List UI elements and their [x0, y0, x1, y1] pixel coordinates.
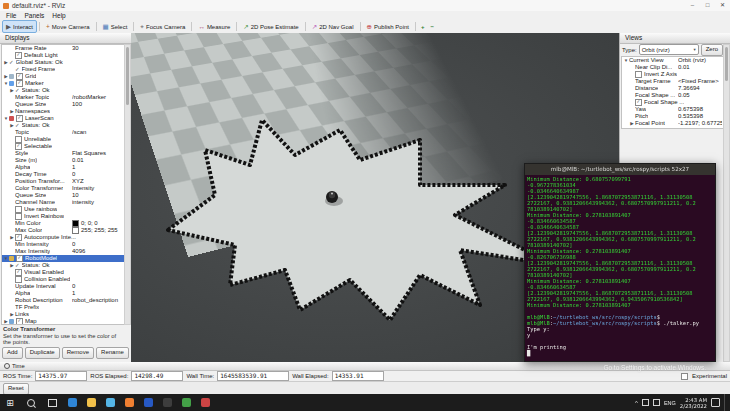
property-value[interactable]: 0 [72, 283, 123, 290]
property-value[interactable]: robot_description [72, 297, 123, 304]
tree-row-alpha[interactable]: Alpha1 [2, 164, 124, 171]
language-indicator[interactable]: ENG [664, 400, 676, 406]
tree-row-alpha[interactable]: Alpha1 [2, 290, 124, 297]
tree-row-global-status-ok[interactable]: ▶✓Global Status: Ok [2, 59, 124, 66]
taskbar-app-icon-2[interactable] [87, 398, 96, 407]
checkbox-robotmodel[interactable]: ✓ [16, 255, 23, 262]
checkbox-default-light[interactable]: ✓ [15, 52, 22, 59]
terminal-body[interactable]: Minimum Distance: 0.680757099791-0.96727… [525, 175, 715, 361]
checkbox-collision-enabled[interactable] [15, 276, 22, 283]
rename-button[interactable]: Rename [96, 347, 129, 359]
property-value[interactable]: /robotMarker [72, 94, 123, 101]
menu-file[interactable]: File [2, 12, 20, 19]
taskbar-app-icon-4[interactable] [125, 398, 134, 407]
tool-focus-camera[interactable]: ⌖Focus Camera [136, 20, 189, 33]
add-tool-icon[interactable]: + [418, 20, 428, 33]
add-button[interactable]: Add [2, 347, 23, 359]
tree-row-fixed-frame[interactable]: ✓Fixed Frame [2, 66, 124, 73]
zero-button[interactable]: Zero [701, 44, 723, 56]
tray-expand-icon[interactable]: ^ [635, 400, 638, 406]
tree-row-status-ok[interactable]: ▶✓Status: Ok [2, 262, 124, 269]
tree-row-yaw[interactable]: Yaw0.675398 [622, 106, 723, 113]
views-scrollbar-thumb[interactable] [725, 47, 728, 81]
tree-row-grid[interactable]: ▶✓Grid [2, 73, 124, 80]
displays-panel-header[interactable]: Displays [0, 33, 131, 44]
tree-row-color-transformer[interactable]: Color TransformerIntensity [2, 185, 124, 192]
property-value[interactable]: Orbit (rviz) [678, 57, 722, 64]
wall-elapsed-value[interactable]: 14353.91 [332, 371, 384, 381]
property-value[interactable]: 4096 [72, 248, 123, 255]
checkbox-invert-rainbow[interactable] [15, 213, 22, 220]
property-value[interactable]: 0.01 [72, 157, 123, 164]
property-value[interactable]: 0.01 [678, 64, 722, 71]
tree-row-position-transfor[interactable]: Position Transfor...XYZ [2, 178, 124, 185]
property-value[interactable]: 0.535398 [678, 113, 722, 120]
property-value[interactable]: 0.05 [678, 92, 722, 99]
property-value[interactable]: -1.2197; 0.67725; ... [678, 120, 722, 127]
remove-tool-icon[interactable]: − [428, 20, 438, 33]
property-value[interactable]: 100 [72, 101, 123, 108]
tree-row-visual-enabled[interactable]: ✓Visual Enabled [2, 269, 124, 276]
duplicate-button[interactable]: Duplicate [25, 347, 60, 359]
menu-help[interactable]: Help [48, 12, 69, 19]
property-value[interactable]: Flat Squares [72, 150, 123, 157]
property-value[interactable]: 10 [72, 192, 123, 199]
tree-row-focal-shape[interactable]: ✓Focal Shape ... [622, 99, 723, 106]
tree-row-laserscan[interactable]: ▼✓LaserScan [2, 115, 124, 122]
tree-row-robot-description[interactable]: Robot Descriptionrobot_description [2, 297, 124, 304]
taskbar-app-icon-7[interactable] [182, 398, 191, 407]
tool-measure[interactable]: ↔Measure [194, 20, 234, 33]
task-view-icon[interactable] [48, 399, 57, 407]
tree-row-update-interval[interactable]: Update Interval0 [2, 283, 124, 290]
tree-row-channel-name[interactable]: Channel Nameintensity [2, 199, 124, 206]
network-icon[interactable] [642, 399, 649, 406]
property-value[interactable]: 1 [72, 290, 123, 297]
tree-row-max-intensity[interactable]: Max Intensity4096 [2, 248, 124, 255]
tree-row-selectable[interactable]: ✓Selectable [2, 143, 124, 150]
tool-select[interactable]: ▦Select [99, 20, 132, 33]
tree-row-status-ok[interactable]: ▶✓Status: Ok [2, 87, 124, 94]
checkbox-focal-shape[interactable]: ✓ [635, 99, 642, 106]
tree-row-robotmodel[interactable]: ▼✓RobotModel [2, 255, 124, 262]
tree-row-default-light[interactable]: ✓Default Light [2, 52, 124, 59]
clock-tray[interactable]: 2:43 AM 2/23/2022 [680, 397, 707, 409]
tree-row-invert-z-axis[interactable]: Invert Z Axis [622, 71, 723, 78]
tree-row-style[interactable]: StyleFlat Squares [2, 150, 124, 157]
ros-time-value[interactable]: 14375.97 [35, 371, 87, 381]
views-scrollbar[interactable] [723, 44, 730, 362]
property-value[interactable]: 0; 0; 0 [72, 220, 123, 227]
property-value[interactable]: 0 [72, 171, 123, 178]
tree-row-distance[interactable]: Distance7.36694 [622, 85, 723, 92]
checkbox-unreliable[interactable] [15, 136, 22, 143]
checkbox-grid[interactable]: ✓ [16, 73, 23, 80]
property-value[interactable]: 0.675398 [678, 106, 722, 113]
tree-row-current-view[interactable]: ▼Current ViewOrbit (rviz) [622, 57, 723, 64]
tree-row-collision-enabled[interactable]: Collision Enabled [2, 276, 124, 283]
tool-publish-point[interactable]: ⊕Publish Point [363, 20, 413, 33]
taskbar-app-icon-6[interactable] [163, 398, 172, 407]
checkbox-laserscan[interactable]: ✓ [16, 115, 23, 122]
search-icon[interactable] [27, 399, 35, 407]
checkbox-invert-z-axis[interactable] [635, 71, 642, 78]
wall-time-value[interactable]: 1645583539.91 [217, 371, 289, 381]
property-value[interactable]: <Fixed Frame> [678, 78, 722, 85]
tree-row-map[interactable]: ▶✓Map [2, 318, 124, 325]
property-value[interactable]: 1 [72, 164, 123, 171]
tree-row-tf-prefix[interactable]: TF Prefix [2, 304, 124, 311]
property-value[interactable]: 30 [72, 45, 123, 52]
tree-row-size-m[interactable]: Size (m)0.01 [2, 157, 124, 164]
displays-scrollbar-thumb[interactable] [126, 47, 129, 105]
tree-row-marker[interactable]: ▼✓Marker [2, 80, 124, 87]
minimize-button[interactable]: – [685, 0, 700, 11]
tree-row-min-color[interactable]: Min Color0; 0; 0 [2, 220, 124, 227]
property-value[interactable]: 7.36694 [678, 85, 722, 92]
tree-row-topic[interactable]: Topic/scan [2, 129, 124, 136]
views-panel-header[interactable]: Views [620, 33, 730, 44]
tree-row-invert-rainbow[interactable]: Invert Rainbow [2, 213, 124, 220]
reset-button[interactable]: Reset [3, 383, 29, 395]
tree-row-marker-topic[interactable]: Marker Topic/robotMarker [2, 94, 124, 101]
volume-icon[interactable] [653, 399, 660, 406]
checkbox-map[interactable]: ✓ [16, 318, 23, 325]
menu-panels[interactable]: Panels [20, 12, 48, 19]
tool-2d-nav-goal[interactable]: ↗2D Nav Goal [308, 20, 358, 33]
